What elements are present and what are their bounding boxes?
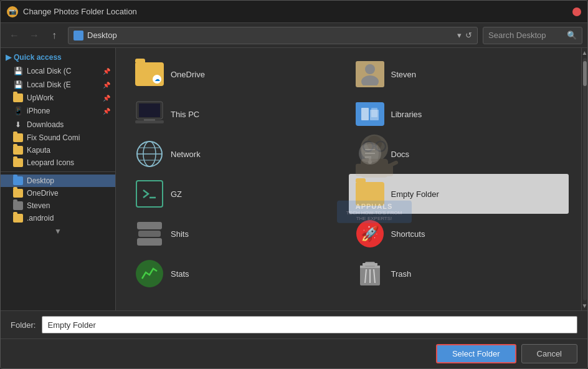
address-dropdown-icon[interactable]: ▾ <box>457 31 462 40</box>
file-name-steven: Steven <box>391 70 416 79</box>
file-name-stats: Stats <box>171 269 189 279</box>
scroll-thumb[interactable] <box>583 61 587 86</box>
svg-rect-3 <box>139 103 160 117</box>
folder-icon-leopard <box>13 158 23 167</box>
refresh-icon[interactable]: ↺ <box>465 31 472 40</box>
download-icon: ⬇ <box>13 120 23 130</box>
file-item-stats[interactable]: Stats <box>128 254 349 294</box>
sidebar-item-onedrive[interactable]: OneDrive <box>1 187 115 199</box>
file-item-onedrive[interactable]: ☁ OneDrive <box>128 54 349 94</box>
sidebar-item-android[interactable]: .android <box>1 212 115 224</box>
file-icon-steven <box>355 59 385 89</box>
scroll-track[interactable] <box>583 58 587 300</box>
sidebar: ▶ Quick access 💾 Local Disk (C 📌 💾 Local… <box>1 48 116 310</box>
button-row: Select Folder Cancel <box>1 338 587 368</box>
title-bar-text: Change Photos Folder Location <box>23 7 572 16</box>
svg-point-0 <box>365 64 375 74</box>
sidebar-item-leopard-icons[interactable]: Leopard Icons <box>1 156 115 169</box>
back-button[interactable]: ← <box>6 27 23 44</box>
file-name-onedrive: OneDrive <box>171 70 205 79</box>
file-item-steven[interactable]: Steven <box>349 54 569 94</box>
sidebar-item-kaputa[interactable]: Kaputa <box>1 144 115 156</box>
sidebar-label-steven: Steven <box>27 201 50 210</box>
sidebar-item-downloads[interactable]: ⬇ Downloads <box>1 118 115 132</box>
file-item-empty-folder[interactable]: Empty Folder <box>349 174 569 214</box>
file-item-shits[interactable]: Shits <box>128 214 349 254</box>
svg-rect-24 <box>363 263 377 266</box>
file-icon-libraries <box>355 99 385 129</box>
file-item-libraries[interactable]: Libraries <box>349 94 569 134</box>
sidebar-item-local-disk-e[interactable]: 💾 Local Disk (E 📌 <box>1 78 115 92</box>
file-icon-stats <box>135 259 164 289</box>
sidebar-item-upwork[interactable]: UpWork 📌 <box>1 92 115 104</box>
folder-input[interactable] <box>42 316 577 333</box>
svg-rect-5 <box>144 119 155 121</box>
file-item-shortcuts[interactable]: 🚀 Shortcuts <box>349 214 569 254</box>
file-name-trash: Trash <box>391 269 412 279</box>
svg-point-1 <box>361 75 379 85</box>
file-icon-shortcuts: 🚀 <box>355 219 385 249</box>
sidebar-label-onedrive: OneDrive <box>27 189 59 198</box>
folder-icon-android <box>13 214 23 223</box>
file-item-this-pc[interactable]: This PC <box>128 94 349 134</box>
sidebar-item-steven[interactable]: Steven <box>1 199 115 212</box>
sidebar-scroll-down[interactable]: ▼ <box>1 224 115 238</box>
app-icon: 📷 <box>7 6 18 17</box>
folder-icon-steven <box>13 201 23 210</box>
sidebar-label-local-disk-e: Local Disk (E <box>27 80 71 89</box>
close-button[interactable] <box>572 7 581 16</box>
file-icon-trash <box>355 259 385 289</box>
dialog: 📷 Change Photos Folder Location ← → ↑ De… <box>0 0 588 369</box>
file-name-docs: Docs <box>391 150 410 159</box>
file-name-shortcuts: Shortcuts <box>391 229 425 239</box>
sidebar-item-iphone[interactable]: 📱 iPhone 📌 <box>1 104 115 118</box>
main-content: ▶ Quick access 💾 Local Disk (C 📌 💾 Local… <box>1 48 587 310</box>
right-scrollbar[interactable]: ▲ ▼ <box>581 48 587 310</box>
scroll-up-arrow[interactable]: ▲ <box>582 49 587 56</box>
file-item-network[interactable]: Network <box>128 134 349 174</box>
folder-icon-onedrive-side <box>13 189 23 198</box>
folder-label: Folder: <box>11 320 36 330</box>
sidebar-item-fix-sound[interactable]: Fix Sound Comi <box>1 132 115 144</box>
search-icon: 🔍 <box>567 31 577 40</box>
hdd-icon-e: 💾 <box>13 80 23 90</box>
cancel-button[interactable]: Cancel <box>521 344 577 363</box>
folder-bar: Folder: <box>1 310 587 338</box>
address-bar[interactable]: Desktop ▾ ↺ <box>68 27 478 44</box>
file-name-this-pc: This PC <box>171 110 199 119</box>
sidebar-label-fix-sound: Fix Sound Comi <box>27 133 80 142</box>
forward-button[interactable]: → <box>26 27 43 44</box>
sidebar-label-desktop: Desktop <box>27 176 54 185</box>
file-item-docs[interactable]: Docs <box>349 134 569 174</box>
sidebar-label-kaputa: Kaputa <box>27 146 50 155</box>
file-grid: ☁ OneDrive <box>116 48 581 310</box>
file-icon-gz <box>135 179 164 209</box>
up-button[interactable]: ↑ <box>45 27 63 44</box>
pin-icon-e: 📌 <box>103 82 110 89</box>
pin-icon-upwork: 📌 <box>103 95 110 102</box>
sidebar-label-leopard-icons: Leopard Icons <box>27 158 74 167</box>
file-item-gz[interactable]: GZ <box>128 174 349 214</box>
select-folder-button[interactable]: Select Folder <box>436 344 516 363</box>
search-bar[interactable]: Search Desktop 🔍 <box>483 27 582 44</box>
sidebar-label-iphone: iPhone <box>27 107 50 115</box>
search-placeholder: Search Desktop <box>488 31 546 40</box>
scroll-down-arrow[interactable]: ▼ <box>582 302 587 309</box>
sidebar-label-local-disk-c: Local Disk (C <box>27 67 71 75</box>
address-bar-text: Desktop <box>87 31 117 40</box>
sidebar-scroll[interactable]: ▶ Quick access 💾 Local Disk (C 📌 💾 Local… <box>1 48 115 310</box>
folder-icon-kaputa <box>13 146 23 155</box>
file-name-empty-folder: Empty Folder <box>391 189 439 199</box>
sidebar-item-local-disk-c[interactable]: 💾 Local Disk (C 📌 <box>1 64 115 78</box>
sidebar-item-desktop[interactable]: Desktop <box>1 175 115 187</box>
quick-access-header[interactable]: ▶ Quick access <box>1 50 115 64</box>
file-icon-shits <box>135 219 164 249</box>
svg-rect-6 <box>361 108 369 120</box>
sidebar-label-android: .android <box>27 214 54 223</box>
pin-icon-iphone: 📌 <box>103 108 110 115</box>
phone-icon: 📱 <box>13 106 23 116</box>
file-item-trash[interactable]: Trash <box>349 254 569 294</box>
folder-icon-fix-sound <box>13 133 23 142</box>
sidebar-label-upwork: UpWork <box>27 93 54 102</box>
file-icon-network <box>135 139 164 169</box>
